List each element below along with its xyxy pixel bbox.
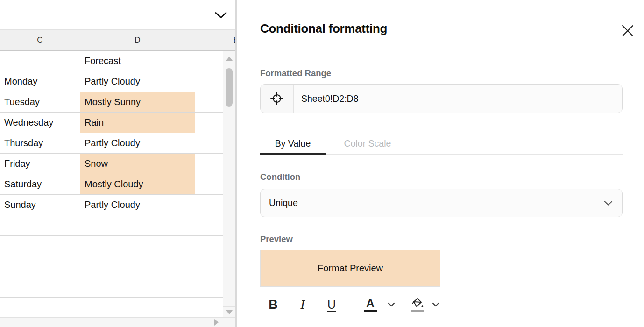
select-range-button[interactable] <box>261 85 294 113</box>
text-color-button[interactable]: A <box>363 293 377 316</box>
spreadsheet-cell[interactable] <box>0 256 80 277</box>
spreadsheet-area: C D E ForecastMondayPartly CloudyTuesday… <box>0 0 235 327</box>
vertical-scrollbar-thumb[interactable] <box>226 68 233 107</box>
fill-color-dropdown-button[interactable] <box>431 293 440 316</box>
toolbar-divider <box>352 295 352 315</box>
tab-by-value[interactable]: By Value <box>260 133 326 154</box>
vertical-scrollbar[interactable] <box>223 51 235 317</box>
formatted-range-input[interactable]: Sheet0!D2:D8 <box>260 84 623 113</box>
spreadsheet-cell[interactable]: Wednesday <box>0 113 80 133</box>
scroll-right-button[interactable] <box>210 318 223 327</box>
triangle-right-icon <box>214 319 219 326</box>
condition-label: Condition <box>260 172 300 182</box>
spreadsheet-cell[interactable]: Tuesday <box>0 92 80 113</box>
sheet-grid: ForecastMondayPartly CloudyTuesdayMostly… <box>0 51 235 318</box>
horizontal-scrollbar[interactable] <box>0 317 235 327</box>
spreadsheet-cell[interactable] <box>80 215 195 236</box>
sheet-row <box>0 256 235 277</box>
range-value[interactable]: Sheet0!D2:D8 <box>294 85 622 113</box>
spreadsheet-cell[interactable] <box>0 277 80 298</box>
close-panel-button[interactable] <box>621 24 635 38</box>
spreadsheet-cell[interactable]: Mostly Cloudy <box>80 174 195 195</box>
panel-tabs: By Value Color Scale <box>260 133 623 155</box>
column-header-c[interactable]: C <box>0 30 80 50</box>
format-preview-box: Format Preview <box>260 250 440 287</box>
sheet-row: WednesdayRain <box>0 113 235 133</box>
triangle-down-icon <box>226 310 233 314</box>
sheet-row <box>0 298 235 318</box>
spreadsheet-cell[interactable] <box>0 298 80 318</box>
spreadsheet-cell[interactable]: Partly Cloudy <box>80 71 195 92</box>
spreadsheet-cell[interactable]: Partly Cloudy <box>80 195 195 215</box>
column-letter: C <box>37 36 42 45</box>
italic-button[interactable]: I <box>296 293 309 316</box>
spreadsheet-cell[interactable]: Forecast <box>80 51 195 71</box>
sheet-row <box>0 277 235 298</box>
spreadsheet-cell[interactable]: Mostly Sunny <box>80 92 195 113</box>
crosshair-target-icon <box>269 91 285 107</box>
toolbar-collapse-button[interactable] <box>213 9 228 21</box>
preview-label: Preview <box>260 234 293 244</box>
spreadsheet-cell[interactable] <box>80 236 195 256</box>
sheet-row: MondayPartly Cloudy <box>0 71 235 92</box>
sheet-row: FridaySnow <box>0 154 235 174</box>
formatted-range-label: Formatted Range <box>260 68 331 78</box>
panel-divider <box>235 0 237 327</box>
sheet-row: SaturdayMostly Cloudy <box>0 174 235 195</box>
tab-label: By Value <box>275 138 311 149</box>
sheet-row: Forecast <box>0 51 235 71</box>
chevron-down-icon <box>214 11 227 19</box>
triangle-up-icon <box>226 57 233 61</box>
scroll-down-button[interactable] <box>223 306 235 317</box>
spreadsheet-cell[interactable]: Snow <box>80 154 195 174</box>
close-icon <box>621 24 634 37</box>
condition-dropdown[interactable]: Unique <box>260 189 623 217</box>
sheet-row: ThursdayPartly Cloudy <box>0 133 235 154</box>
chevron-down-icon <box>432 302 439 307</box>
column-header-e[interactable]: E <box>195 30 235 50</box>
fill-color-icon <box>410 297 425 309</box>
text-color-indicator <box>364 310 377 312</box>
scroll-up-button[interactable] <box>223 51 235 66</box>
spreadsheet-cell[interactable] <box>0 51 80 71</box>
scrollbar-corner <box>223 318 235 327</box>
spreadsheet-cell[interactable]: Rain <box>80 113 195 133</box>
condition-selected-value: Unique <box>269 198 298 208</box>
column-header-row: C D E <box>0 30 235 51</box>
fill-color-indicator <box>411 310 424 312</box>
spreadsheet-cell[interactable]: Sunday <box>0 195 80 215</box>
spreadsheet-cell[interactable] <box>0 236 80 256</box>
format-preview-text: Format Preview <box>318 263 383 274</box>
spreadsheet-cell[interactable]: Monday <box>0 71 80 92</box>
spreadsheet-cell[interactable]: Thursday <box>0 133 80 154</box>
sheet-toolbar <box>0 0 235 30</box>
sheet-row: TuesdayMostly Sunny <box>0 92 235 113</box>
text-color-dropdown-button[interactable] <box>387 293 396 316</box>
spreadsheet-cell[interactable] <box>80 298 195 318</box>
column-letter: D <box>134 36 140 45</box>
spreadsheet-cell[interactable]: Friday <box>0 154 80 174</box>
tab-label: Color Scale <box>344 138 391 149</box>
sheet-row <box>0 236 235 256</box>
underline-button[interactable]: U <box>325 293 338 316</box>
spreadsheet-cell[interactable] <box>80 256 195 277</box>
spreadsheet-cell[interactable]: Partly Cloudy <box>80 133 195 154</box>
conditional-formatting-panel: Conditional formatting Formatted Range S… <box>237 0 644 327</box>
format-toolbar: B I U A <box>260 293 456 319</box>
chevron-down-icon <box>388 302 395 307</box>
text-color-icon: A <box>366 298 374 309</box>
spreadsheet-cell[interactable]: Saturday <box>0 174 80 195</box>
column-header-d[interactable]: D <box>80 30 195 50</box>
sheet-row <box>0 215 235 236</box>
spreadsheet-cell[interactable] <box>0 215 80 236</box>
fill-color-button[interactable] <box>410 293 425 316</box>
panel-title: Conditional formatting <box>260 21 387 36</box>
bold-button[interactable]: B <box>267 293 280 316</box>
spreadsheet-cell[interactable] <box>80 277 195 298</box>
chevron-down-icon <box>604 200 613 206</box>
sheet-row: SundayPartly Cloudy <box>0 195 235 215</box>
tab-color-scale[interactable]: Color Scale <box>326 133 410 154</box>
